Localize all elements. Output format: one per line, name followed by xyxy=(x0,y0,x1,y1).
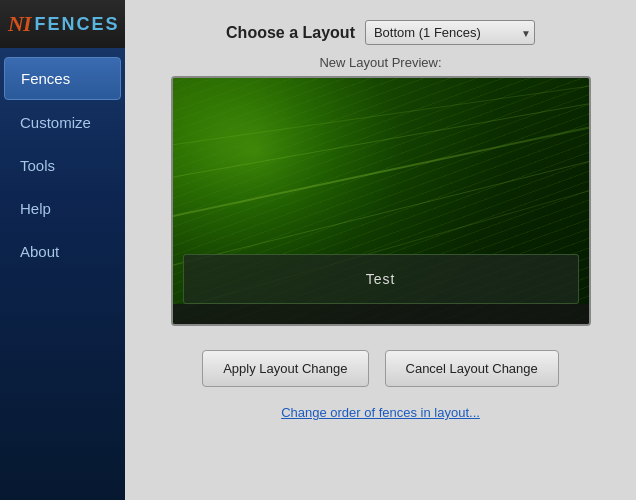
buttons-row: Apply Layout Change Cancel Layout Change xyxy=(202,350,559,387)
sidebar-item-tools[interactable]: Tools xyxy=(4,145,121,186)
preview-label: New Layout Preview: xyxy=(319,55,441,70)
sidebar-item-fences[interactable]: Fences xyxy=(4,57,121,100)
main-content: Choose a Layout Bottom (1 Fences) Top (1… xyxy=(125,0,636,500)
fence-panel: Test xyxy=(183,254,579,304)
choose-layout-label: Choose a Layout xyxy=(226,24,355,42)
logo-ni-text: NI xyxy=(8,11,30,37)
sidebar-item-help[interactable]: Help xyxy=(4,188,121,229)
logo-fences-text: Fences xyxy=(34,14,119,35)
layout-dropdown[interactable]: Bottom (1 Fences) Top (1 Fences) Left (1… xyxy=(365,20,535,45)
layout-preview: Test xyxy=(171,76,591,326)
layout-dropdown-wrapper: Bottom (1 Fences) Top (1 Fences) Left (1… xyxy=(365,20,535,45)
nav-menu: Fences Customize Tools Help About xyxy=(0,56,125,273)
apply-layout-button[interactable]: Apply Layout Change xyxy=(202,350,368,387)
sidebar-item-about[interactable]: About xyxy=(4,231,121,272)
cancel-layout-button[interactable]: Cancel Layout Change xyxy=(385,350,559,387)
change-order-link[interactable]: Change order of fences in layout... xyxy=(281,405,480,420)
sidebar: NI Fences Fences Customize Tools Help Ab… xyxy=(0,0,125,500)
preview-taskbar xyxy=(173,304,589,324)
logo-area: NI Fences xyxy=(0,0,125,48)
layout-chooser-row: Choose a Layout Bottom (1 Fences) Top (1… xyxy=(226,20,535,45)
fence-panel-label: Test xyxy=(366,271,396,287)
sidebar-item-customize[interactable]: Customize xyxy=(4,102,121,143)
